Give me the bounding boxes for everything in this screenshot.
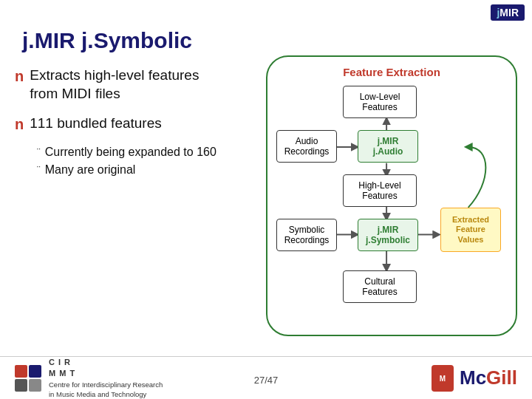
bullet-marker-1: n [15,66,24,86]
bullet-marker-2: n [15,115,24,134]
low-level-features-text: Low-LevelFeatures [360,92,400,113]
bullet-1: n Extracts high-level features from MIDI… [15,66,222,103]
left-content: n Extracts high-level features from MIDI… [15,66,222,181]
mcgill-text: McGill [460,366,517,389]
audio-recordings-box: AudioRecordings [276,130,337,163]
extracted-feature-values-box: ExtractedFeatureValues [440,208,501,252]
cirmmt-block-2 [29,365,41,378]
jmir-audio-text: j.MIRj.Audio [373,136,403,157]
cirmmt-blocks [15,365,41,392]
bottom-bar: C I RM M T Centre for Interdisciplinary … [0,356,532,399]
high-level-features-text: High-LevelFeatures [358,180,400,202]
jmir-audio-box: j.MIRj.Audio [358,130,418,163]
slide-title: j.MIR j.Symbolic [22,28,192,53]
diagram-title: Feature Extraction [276,66,507,78]
mcgill-crest-icon: M [430,364,455,393]
gill-part: Gill [486,366,517,389]
symbolic-recordings-text: SymbolicRecordings [284,225,330,246]
cirmmt-desc1: Centre for Interdisciplinary Research [49,380,163,389]
cirmmt-block-3 [15,379,27,392]
svg-text:M: M [440,375,446,383]
jmir-symbolic-box: j.MIRj.Symbolic [358,219,418,251]
cirmmt-abbr: C I RM M T [49,357,163,380]
jmir-symbolic-text: j.MIRj.Symbolic [366,225,410,246]
low-level-features-box: Low-LevelFeatures [343,86,417,118]
cirmmt-text: C I RM M T Centre for Interdisciplinary … [49,357,163,399]
bullet-2: n 111 bundled features [15,115,222,134]
high-level-features-box: High-LevelFeatures [343,174,417,207]
logo-mir: MIR [499,7,519,18]
diagram-inner: Low-LevelFeatures AudioRecordings j.MIRj… [276,86,507,322]
mc-part: Mc [460,366,486,389]
cultural-features-text: CulturalFeatures [362,276,397,298]
sub-bullet-2: Many are original [37,163,222,177]
bullet-text-1: Extracts high-level features from MIDI f… [30,66,222,103]
sub-bullet-text-1: Currently being expanded to 160 [45,146,216,159]
feature-extraction-diagram: Feature Extraction [266,55,517,336]
cirmmt-desc2: in Music Media and Technology [49,389,163,399]
extracted-text: ExtractedFeatureValues [452,215,489,245]
jmir-logo: jMIR [491,4,525,21]
cultural-features-box: CulturalFeatures [343,270,417,303]
sub-bullets: Currently being expanded to 160 Many are… [37,146,222,177]
slide-number: 27/47 [254,375,279,386]
bullet-text-2: 111 bundled features [30,115,162,133]
cirmmt-block-4 [29,379,41,392]
symbolic-recordings-box: SymbolicRecordings [276,219,337,251]
mcgill-logo: M McGill [430,364,517,393]
audio-recordings-text: AudioRecordings [284,136,330,157]
sub-bullet-text-2: Many are original [45,163,136,177]
cirmmt-logo: C I RM M T Centre for Interdisciplinary … [15,357,163,399]
sub-bullet-1: Currently being expanded to 160 [37,146,222,159]
cirmmt-block-1 [15,365,27,378]
